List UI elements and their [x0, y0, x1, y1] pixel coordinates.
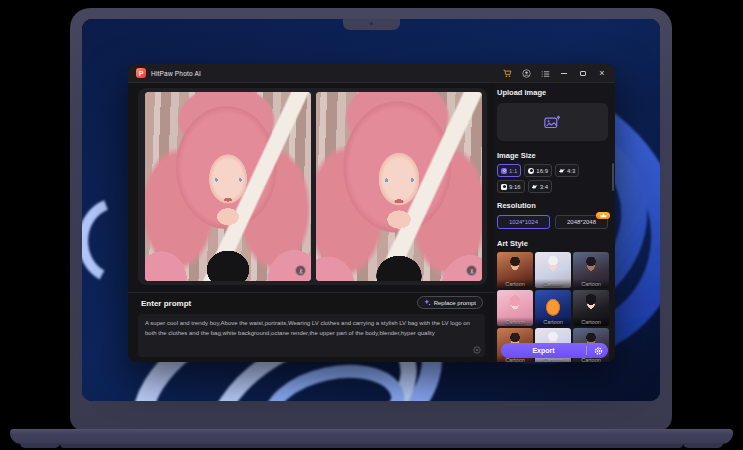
portrait-right — [316, 92, 482, 281]
resolution-2048[interactable]: 2048*2048 — [555, 215, 608, 229]
prompt-input[interactable]: A super cool and trendy boy,Above the wa… — [138, 314, 485, 357]
webcam-dot — [370, 22, 373, 25]
art-style-thumb[interactable]: Cartoon — [497, 290, 533, 326]
replace-prompt-button[interactable]: Replace prompt — [417, 296, 483, 309]
aspect-ratio-options: 1:1 16:9 4:3 9:16 — [497, 164, 608, 193]
download-icon[interactable] — [295, 265, 306, 276]
circle-icon — [528, 168, 534, 174]
export-button[interactable]: Export — [501, 343, 608, 358]
portrait-left — [145, 92, 311, 281]
camera-icon — [501, 184, 507, 190]
hitpaw-logo: P — [136, 68, 146, 78]
window-title: HitPaw Photo AI — [151, 70, 201, 77]
prompt-header: Enter prompt Replace prompt — [128, 296, 495, 312]
laptop-base — [10, 429, 733, 444]
sparkle-icon — [424, 299, 431, 306]
laptop-notch — [343, 19, 400, 30]
image-compare-panel — [138, 88, 487, 285]
art-style-thumb[interactable]: Cartoon — [497, 252, 533, 288]
vip-badge — [596, 212, 610, 219]
twitter-icon — [559, 168, 565, 174]
art-style-label: Art Style — [497, 239, 608, 248]
aspect-ratio-3-4[interactable]: 3:4 — [528, 180, 552, 193]
sidebar: Upload image Image Size 1:1 — [495, 83, 615, 362]
laptop-foot-right — [683, 443, 723, 448]
replace-prompt-label: Replace prompt — [434, 300, 476, 306]
image-size-label: Image Size — [497, 151, 608, 160]
aspect-ratio-16-9[interactable]: 16:9 — [524, 164, 552, 177]
export-divider — [586, 346, 587, 355]
content-area: Enter prompt Replace prompt A super cool… — [128, 83, 495, 362]
section-divider — [128, 292, 495, 293]
resolution-label: Resolution — [497, 201, 608, 210]
sidebar-scrollbar[interactable] — [612, 163, 614, 191]
laptop-foot-left — [20, 443, 60, 448]
upload-image-dropzone[interactable] — [497, 103, 608, 141]
clear-icon[interactable] — [473, 346, 481, 354]
aspect-ratio-1-1[interactable]: 1:1 — [497, 164, 521, 177]
aspect-ratio-4-3[interactable]: 4:3 — [555, 164, 579, 177]
maximize-icon[interactable] — [578, 68, 588, 80]
close-icon[interactable]: × — [597, 68, 607, 80]
prompt-label: Enter prompt — [141, 299, 191, 308]
resolution-1024[interactable]: 1024*1024 — [497, 215, 550, 229]
art-style-thumb[interactable]: Cartoon — [535, 290, 571, 326]
download-icon[interactable] — [466, 265, 477, 276]
upload-image-icon — [544, 115, 561, 129]
art-style-thumb[interactable]: Cartoon — [573, 290, 609, 326]
cart-icon[interactable] — [502, 68, 512, 80]
generated-image-left[interactable] — [145, 92, 311, 281]
export-label: Export — [501, 343, 586, 358]
app-window: P HitPaw Photo AI × — [128, 64, 615, 362]
gear-icon[interactable] — [594, 346, 603, 355]
minimize-icon[interactable] — [559, 68, 569, 80]
main-row: Enter prompt Replace prompt A super cool… — [128, 83, 615, 362]
art-style-thumb[interactable]: Cartoon — [535, 252, 571, 288]
resolution-options: 1024*1024 2048*2048 — [497, 215, 608, 229]
aspect-ratio-9-16[interactable]: 9:16 — [497, 180, 525, 193]
twitter-icon — [532, 184, 538, 190]
scene: P HitPaw Photo AI × — [0, 0, 743, 450]
titlebar-icons: × — [502, 64, 607, 83]
upload-section-label: Upload image — [497, 88, 608, 97]
instagram-icon — [501, 168, 507, 174]
titlebar: P HitPaw Photo AI × — [128, 64, 615, 83]
laptop-base-lip — [60, 444, 683, 448]
prompt-text: A super cool and trendy boy,Above the wa… — [138, 314, 485, 344]
art-style-thumb[interactable]: Cartoon — [573, 252, 609, 288]
crown-icon — [600, 213, 607, 218]
account-icon[interactable] — [521, 68, 531, 80]
menu-icon[interactable] — [540, 68, 550, 80]
generated-image-right[interactable] — [316, 92, 482, 281]
